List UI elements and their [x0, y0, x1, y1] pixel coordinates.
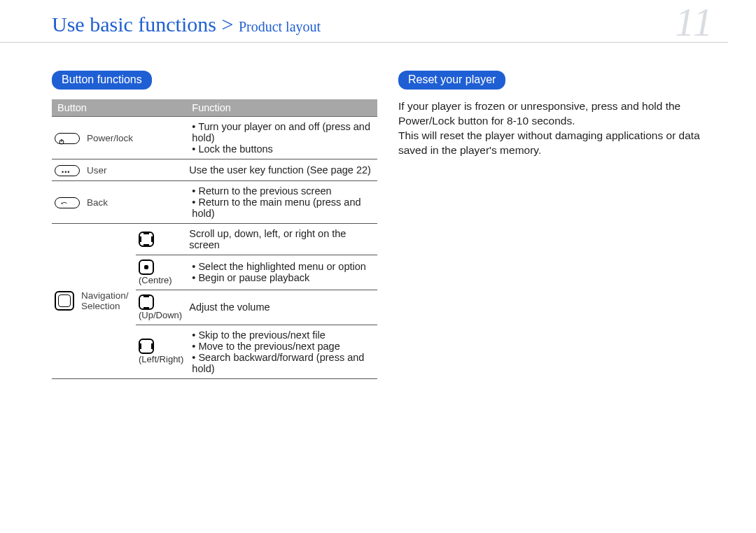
breadcrumb-main: Use basic functions: [52, 13, 216, 36]
reset-paragraph-2: This will reset the player without damag…: [398, 129, 724, 158]
list-item: Search backward/forward (press and hold): [192, 352, 374, 374]
section-pill-reset: Reset your player: [398, 71, 505, 90]
list-item: Move to the previous/next page: [192, 341, 374, 352]
breadcrumb-separator: >: [216, 13, 239, 36]
list-item: Begin or pause playback: [192, 272, 374, 283]
nav-centre-icon: [139, 260, 154, 275]
section-pill-button-functions: Button functions: [52, 71, 152, 90]
page-number: 11: [675, 0, 714, 45]
th-function: Function: [186, 99, 377, 117]
back-functions: Return to the previous screen Return to …: [189, 185, 374, 219]
nav-centre-sublabel: (Centre): [139, 275, 183, 285]
list-item: Lock the buttons: [192, 143, 374, 155]
nav-scroll-icon: [139, 232, 154, 247]
nav-leftright-sublabel: (Left/Right): [139, 354, 183, 364]
power-lock-icon: [55, 132, 80, 144]
list-item: Turn your player on and off (press and h…: [192, 121, 374, 143]
button-functions-table: Button Function Power/lock Turn your pla…: [52, 99, 377, 379]
back-button-icon: ⤺: [55, 196, 80, 208]
nav-leftright-icon: [139, 339, 154, 354]
user-label: User: [87, 165, 107, 176]
row-power-lock: Power/lock Turn your player on and off (…: [52, 117, 377, 159]
nav-updown-sublabel: (Up/Down): [139, 310, 183, 320]
content-area: Button functions Button Function Power/l…: [0, 43, 756, 379]
back-label: Back: [87, 197, 108, 208]
reset-paragraph-1: If your player is frozen or unresponsive…: [398, 99, 724, 129]
list-item: Return to the previous screen: [192, 185, 374, 197]
nav-scroll-function: Scroll up, down, left, or right on the s…: [186, 223, 377, 255]
navigation-button-icon: [55, 291, 74, 311]
list-item: Skip to the previous/next file: [192, 329, 374, 341]
navigation-label: Navigation/ Selection: [81, 290, 129, 311]
nav-updown-function: Adjust the volume: [186, 290, 377, 325]
list-item: Select the highlighted menu or option: [192, 261, 374, 272]
nav-updown-icon: [139, 294, 154, 310]
column-reset-player: Reset your player If your player is froz…: [398, 71, 724, 379]
power-lock-label: Power/lock: [87, 133, 133, 143]
user-button-icon: •••: [55, 164, 80, 176]
list-item: Return to the main menu (press and hold): [192, 197, 374, 219]
page-header: Use basic functions > Product layout 11: [0, 0, 728, 43]
user-function: Use the user key function (See page 22): [186, 159, 377, 181]
power-lock-functions: Turn your player on and off (press and h…: [189, 121, 374, 155]
nav-leftright-functions: Skip to the previous/next file Move to t…: [189, 329, 374, 374]
breadcrumb-sub: Product layout: [239, 19, 321, 34]
table-header-row: Button Function: [52, 99, 377, 117]
row-user: ••• User Use the user key function (See …: [52, 159, 377, 181]
row-nav-scroll: Navigation/ Selection Scroll up, down, l…: [52, 223, 377, 255]
nav-centre-functions: Select the highlighted menu or option Be…: [189, 261, 374, 283]
row-back: ⤺ Back Return to the previous screen Ret…: [52, 180, 377, 223]
th-button: Button: [52, 99, 186, 117]
column-button-functions: Button functions Button Function Power/l…: [52, 71, 377, 379]
